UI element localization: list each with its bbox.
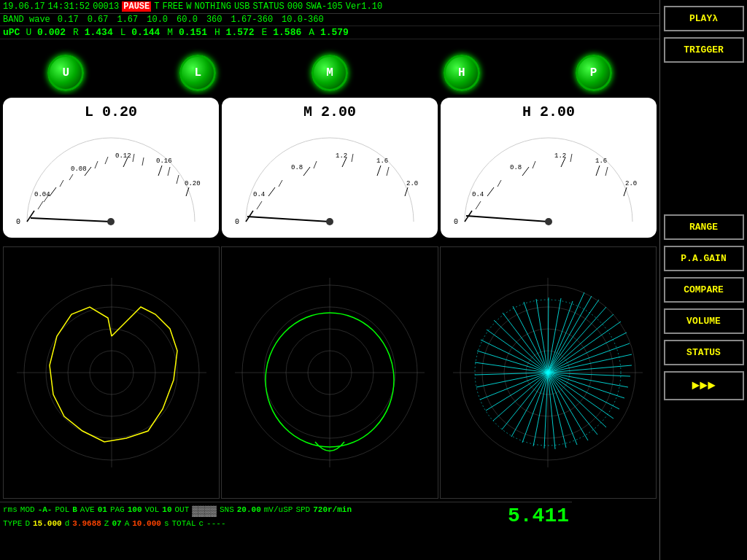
upc-key-4: H (214, 27, 220, 38)
sns-label: SNS (220, 505, 234, 517)
meter-m-svg: 0 0.4 0.8 1.2 1.6 2.0 uPC (231, 123, 428, 229)
svg-line-109 (502, 373, 548, 429)
total-label: TOTAL (171, 519, 196, 528)
ver: Ver1.10 (346, 1, 382, 12)
upc-val-2: 0.144 (131, 27, 160, 38)
band-val-1: 0.67 (88, 15, 109, 25)
svg-line-116 (477, 351, 548, 373)
svg-text:1.6: 1.6 (376, 158, 388, 165)
vol-label: VOL (145, 505, 160, 517)
svg-line-91 (548, 343, 630, 373)
svg-line-122 (524, 302, 548, 373)
knob-l[interactable]: L (179, 55, 216, 91)
svg-text:0: 0 (454, 218, 458, 226)
band-row: BAND wave 0.17 0.67 1.67 10.0 60.0 360 1… (0, 14, 659, 26)
t-val: FREE (162, 1, 183, 12)
svg-line-112 (480, 373, 548, 400)
svg-line-60 (570, 154, 572, 162)
svg-line-98 (548, 373, 614, 419)
meter-m-title: M 2.00 (228, 104, 432, 120)
knob-m[interactable]: M (311, 55, 348, 91)
svg-line-18 (133, 154, 134, 162)
pause-label: PAUSE (122, 1, 151, 12)
knob-h[interactable]: H (444, 55, 480, 91)
s-label: s (164, 519, 169, 528)
svg-line-61 (605, 167, 608, 176)
upc-val-5: 1.586 (273, 27, 301, 38)
compare-button[interactable]: COMPARE (664, 277, 744, 303)
z-val: 07 (112, 519, 121, 528)
polar-green-svg (228, 271, 432, 475)
band-label: BAND wave (3, 15, 50, 25)
arrows-button[interactable]: ►►► (664, 371, 744, 400)
svg-line-94 (548, 373, 630, 376)
pa-gain-button[interactable]: P.A.GAIN (664, 246, 744, 271)
svg-point-43 (326, 218, 333, 225)
mod-label: MOD (20, 505, 35, 517)
meter-l-title: L 0.20 (9, 104, 213, 120)
svg-line-15 (69, 174, 73, 180)
spd-val: 720r/min (313, 505, 352, 517)
polar-cyan (440, 246, 657, 499)
svg-line-62 (466, 216, 549, 222)
polar-row (0, 244, 659, 502)
upc-item-6: A 1.579 (309, 27, 349, 38)
bottom-row2: TYPE D 15.000 d 3.9688 Z 07 A 10.000 s T… (3, 519, 569, 528)
upc-key-6: A (309, 27, 314, 38)
upc-val-1: 1.434 (85, 27, 113, 38)
knob-p[interactable]: P (576, 55, 612, 91)
volume-button[interactable]: VOLUME (664, 308, 744, 334)
d-small-label: d (65, 519, 70, 528)
svg-line-16 (95, 161, 98, 168)
svg-line-19 (142, 158, 144, 166)
svg-line-86 (548, 300, 599, 373)
svg-point-23 (107, 218, 115, 225)
svg-line-0 (27, 211, 34, 222)
upc-key-0: U (26, 27, 31, 38)
svg-line-107 (522, 373, 548, 443)
meter-h-svg: 0 0.4 0.8 1.2 1.6 2.0 uPC (450, 123, 647, 229)
pol-label: POL (55, 505, 69, 517)
svg-line-33 (377, 166, 381, 176)
knob-u[interactable]: U (47, 55, 84, 91)
svg-line-120 (503, 313, 548, 373)
svg-line-119 (494, 320, 548, 373)
band-val-2: 1.67 (117, 15, 138, 25)
svg-line-108 (511, 373, 548, 437)
svg-text:1.6: 1.6 (595, 158, 607, 165)
c-label: c (199, 519, 204, 528)
status-bar: 19.06.17 14:31:52 00013 PAUSE T FREE W N… (0, 0, 659, 14)
meter-h-title: H 2.00 (446, 104, 651, 120)
status-val: 000 (287, 1, 303, 12)
upc-item-4: H 1.572 (214, 27, 255, 38)
upc-val-6: 1.579 (320, 27, 349, 38)
upc-item-2: L 0.144 (120, 27, 160, 38)
svg-text:0.4: 0.4 (253, 191, 265, 198)
band-val-4: 60.0 (177, 15, 198, 25)
svg-line-8 (158, 166, 162, 176)
upc-val-0: 0.002 (37, 27, 66, 38)
upc-key-2: L (120, 27, 126, 38)
svg-line-42 (247, 217, 330, 222)
mod-val: -A- (38, 505, 53, 517)
svg-text:1.2: 1.2 (336, 152, 347, 160)
ave-val: 01 (98, 505, 107, 517)
meter-m: M 2.00 0 0.4 0.8 1.2 1.6 2.0 (222, 98, 438, 238)
type-label: TYPE (3, 519, 22, 528)
play-button[interactable]: PLAYλ (664, 6, 744, 31)
a-val: 10.000 (132, 519, 161, 528)
svg-line-22 (31, 218, 111, 222)
svg-text:0.20: 0.20 (185, 180, 201, 187)
band-val-7: 10.0-360 (282, 15, 324, 25)
status-button[interactable]: STATUS (664, 340, 744, 365)
polar-cyan-svg (446, 271, 650, 475)
svg-line-27 (268, 187, 275, 196)
svg-text:2.0: 2.0 (625, 180, 637, 187)
out-label: OUT (175, 505, 190, 517)
bottom-bar: rms MOD -A- POL B AVE 01 PAG 100 VOL 10 … (0, 502, 572, 560)
upc-item-0: U 0.002 (26, 27, 66, 38)
svg-line-38 (279, 180, 282, 187)
range-button[interactable]: RANGE (664, 214, 744, 240)
meter-l: L 0.20 0 0.04 0.08 0.12 0.16 (3, 98, 219, 238)
trigger-button[interactable]: TRIGGER (664, 37, 744, 63)
